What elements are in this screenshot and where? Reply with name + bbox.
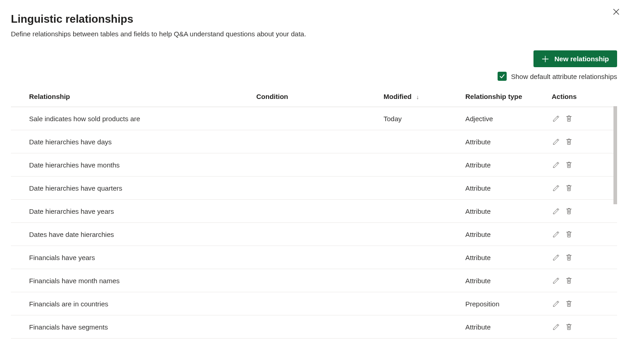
column-header-condition[interactable]: Condition <box>238 86 365 107</box>
cell-actions <box>533 130 617 153</box>
cell-actions <box>533 315 617 339</box>
cell-modified <box>365 246 447 269</box>
cell-relationship: Dates have date hierarchies <box>11 223 238 246</box>
delete-button[interactable] <box>564 230 573 239</box>
cell-modified <box>365 130 447 153</box>
table-wrapper: Relationship Condition Modified ↓ Relati… <box>11 86 617 339</box>
pencil-icon <box>552 300 560 308</box>
vertical-scrollbar[interactable] <box>613 106 617 204</box>
edit-button[interactable] <box>552 183 561 192</box>
trash-icon <box>565 138 573 146</box>
cell-type: Attribute <box>447 269 533 292</box>
cell-type: Adjective <box>447 107 533 130</box>
cell-actions <box>533 107 617 130</box>
cell-condition <box>238 315 365 339</box>
cell-condition <box>238 292 365 315</box>
cell-actions <box>533 153 617 177</box>
cell-type: Attribute <box>447 130 533 153</box>
pencil-icon <box>552 276 560 285</box>
cell-actions <box>533 177 617 200</box>
cell-type: Preposition <box>447 292 533 315</box>
cell-type: Attribute <box>447 315 533 339</box>
table-row[interactable]: Sale indicates how sold products areToda… <box>11 107 617 130</box>
delete-button[interactable] <box>564 207 573 216</box>
cell-relationship: Date hierarchies have years <box>11 200 238 223</box>
pencil-icon <box>552 253 560 261</box>
edit-button[interactable] <box>552 230 561 239</box>
delete-button[interactable] <box>564 276 573 285</box>
delete-button[interactable] <box>564 114 573 123</box>
cell-modified <box>365 177 447 200</box>
trash-icon <box>565 114 573 123</box>
trash-icon <box>565 300 573 308</box>
trash-icon <box>565 323 573 331</box>
delete-button[interactable] <box>564 253 573 262</box>
cell-condition <box>238 153 365 177</box>
cell-actions <box>533 200 617 223</box>
cell-condition <box>238 223 365 246</box>
delete-button[interactable] <box>564 299 573 308</box>
cell-actions <box>533 246 617 269</box>
edit-button[interactable] <box>552 137 561 146</box>
pencil-icon <box>552 323 560 331</box>
edit-button[interactable] <box>552 160 561 169</box>
cell-condition <box>238 130 365 153</box>
relationships-table: Relationship Condition Modified ↓ Relati… <box>11 86 617 339</box>
cell-type: Attribute <box>447 200 533 223</box>
cell-condition <box>238 177 365 200</box>
trash-icon <box>565 253 573 261</box>
cell-type: Attribute <box>447 246 533 269</box>
page-subtitle: Define relationships between tables and … <box>11 30 617 38</box>
edit-button[interactable] <box>552 299 561 308</box>
new-relationship-button[interactable]: New relationship <box>533 50 617 67</box>
cell-modified <box>365 315 447 339</box>
table-row[interactable]: Financials have segmentsAttribute <box>11 315 617 339</box>
trash-icon <box>565 230 573 238</box>
edit-button[interactable] <box>552 207 561 216</box>
pencil-icon <box>552 230 560 238</box>
cell-relationship: Financials have month names <box>11 269 238 292</box>
edit-button[interactable] <box>552 276 561 285</box>
cell-actions <box>533 269 617 292</box>
table-row[interactable]: Financials have month namesAttribute <box>11 269 617 292</box>
column-header-modified[interactable]: Modified ↓ <box>365 86 447 107</box>
delete-button[interactable] <box>564 183 573 192</box>
table-row[interactable]: Dates have date hierarchiesAttribute <box>11 223 617 246</box>
cell-type: Attribute <box>447 177 533 200</box>
cell-modified <box>365 223 447 246</box>
delete-button[interactable] <box>564 137 573 146</box>
delete-button[interactable] <box>564 322 573 331</box>
pencil-icon <box>552 161 560 169</box>
cell-actions <box>533 223 617 246</box>
table-row[interactable]: Date hierarchies have quartersAttribute <box>11 177 617 200</box>
cell-modified: Today <box>365 107 447 130</box>
pencil-icon <box>552 184 560 192</box>
edit-button[interactable] <box>552 322 561 331</box>
trash-icon <box>565 161 573 169</box>
column-header-type[interactable]: Relationship type <box>447 86 533 107</box>
close-button[interactable] <box>611 6 622 17</box>
table-row[interactable]: Financials are in countriesPreposition <box>11 292 617 315</box>
table-row[interactable]: Date hierarchies have yearsAttribute <box>11 200 617 223</box>
toolbar: New relationship Show default attribute … <box>11 50 617 81</box>
cell-relationship: Financials have segments <box>11 315 238 339</box>
edit-button[interactable] <box>552 114 561 123</box>
edit-button[interactable] <box>552 253 561 262</box>
table-row[interactable]: Financials have yearsAttribute <box>11 246 617 269</box>
trash-icon <box>565 276 573 285</box>
delete-button[interactable] <box>564 160 573 169</box>
close-icon <box>613 8 620 15</box>
checkmark-icon <box>499 73 505 79</box>
table-header-row: Relationship Condition Modified ↓ Relati… <box>11 86 617 107</box>
table-row[interactable]: Date hierarchies have monthsAttribute <box>11 153 617 177</box>
cell-condition <box>238 269 365 292</box>
table-row[interactable]: Date hierarchies have daysAttribute <box>11 130 617 153</box>
cell-modified <box>365 292 447 315</box>
pencil-icon <box>552 207 560 215</box>
pencil-icon <box>552 114 560 123</box>
cell-condition <box>238 200 365 223</box>
cell-relationship: Date hierarchies have days <box>11 130 238 153</box>
show-default-checkbox[interactable]: Show default attribute relationships <box>498 72 617 81</box>
column-header-relationship[interactable]: Relationship <box>11 86 238 107</box>
pencil-icon <box>552 138 560 146</box>
